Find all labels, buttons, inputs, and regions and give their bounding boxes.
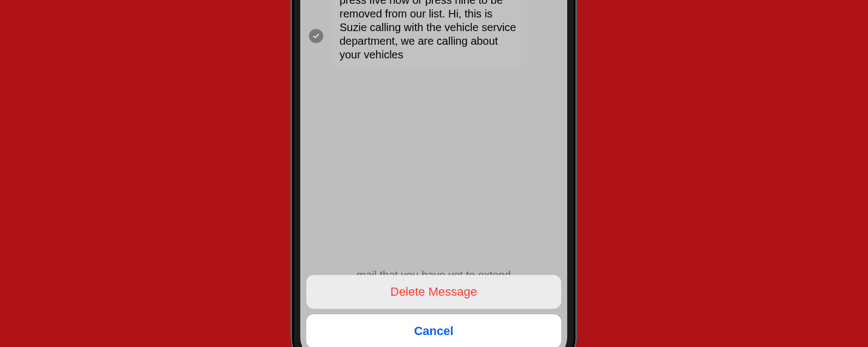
action-sheet-cancel-group: Cancel [306,314,561,347]
message-bubble[interactable]: with the vehicle service department. We … [331,0,527,68]
cancel-button[interactable]: Cancel [306,314,561,347]
message-row[interactable]: with the vehicle service department. We … [309,0,558,68]
checkmark-icon [312,32,320,40]
delete-message-label: Delete Message [390,285,477,299]
selection-checkmark-icon[interactable] [309,29,323,43]
action-sheet: Delete Message Cancel [306,275,561,347]
action-sheet-options: Delete Message [306,275,561,309]
cancel-label: Cancel [414,324,453,338]
phone-screen: with the vehicle service department. We … [300,0,567,347]
message-text: with the vehicle service department. We … [340,0,516,61]
delete-message-button[interactable]: Delete Message [306,275,561,309]
phone-frame: with the vehicle service department. We … [290,0,577,347]
